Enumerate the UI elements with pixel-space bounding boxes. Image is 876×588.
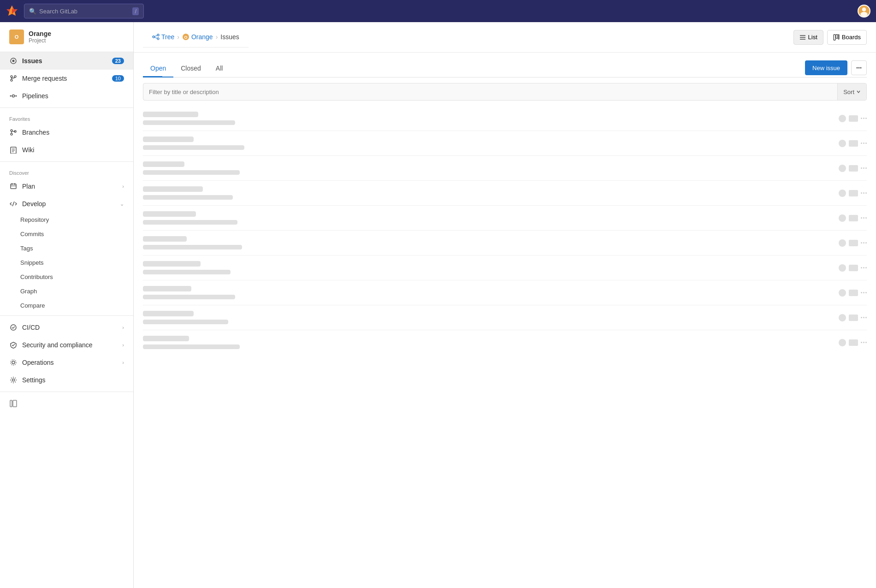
issue-row[interactable] bbox=[143, 255, 867, 280]
sidebar-sub-repository[interactable]: Repository bbox=[0, 213, 133, 227]
sidebar-sub-snippets[interactable]: Snippets bbox=[0, 255, 133, 270]
compare-label: Compare bbox=[20, 302, 45, 309]
issue-label-skel bbox=[849, 290, 858, 296]
sidebar-item-wiki[interactable]: Wiki bbox=[0, 141, 133, 159]
main-content: Tree › O Orange › Issues List Boards bbox=[134, 22, 876, 588]
issue-text bbox=[143, 236, 834, 249]
issue-more-skel bbox=[861, 118, 867, 119]
tab-closed[interactable]: Closed bbox=[173, 60, 208, 77]
search-slash: / bbox=[132, 7, 139, 15]
develop-chevron: ⌄ bbox=[120, 201, 124, 207]
issue-title-skel bbox=[143, 211, 196, 217]
gitlab-logo[interactable] bbox=[6, 5, 18, 18]
new-issue-label: New issue bbox=[812, 65, 840, 71]
issue-row[interactable] bbox=[143, 231, 867, 255]
sidebar-sub-graph[interactable]: Graph bbox=[0, 284, 133, 298]
issue-meta-skel bbox=[143, 220, 237, 225]
list-view-button[interactable]: List bbox=[793, 30, 823, 45]
sort-button[interactable]: Sort bbox=[837, 83, 866, 100]
issue-actions bbox=[839, 289, 867, 297]
issue-more-skel bbox=[861, 143, 867, 144]
cicd-chevron: › bbox=[122, 325, 124, 330]
svg-rect-49 bbox=[834, 35, 835, 40]
svg-point-39 bbox=[153, 36, 154, 38]
search-icon: 🔍 bbox=[29, 8, 36, 15]
issue-text bbox=[143, 286, 834, 299]
sidebar-item-settings[interactable]: Settings bbox=[0, 371, 133, 389]
tab-open[interactable]: Open bbox=[143, 60, 173, 77]
sidebar-item-branches[interactable]: Branches bbox=[0, 124, 133, 141]
list-view-label: List bbox=[808, 34, 817, 41]
issue-row[interactable] bbox=[143, 131, 867, 156]
issue-title-skel bbox=[143, 236, 187, 242]
svg-point-12 bbox=[14, 76, 16, 77]
plan-label: Plan bbox=[22, 183, 35, 190]
merge-requests-badge: 10 bbox=[112, 75, 124, 82]
issue-meta-skel bbox=[143, 145, 244, 150]
pipelines-icon bbox=[9, 92, 18, 100]
sidebar-sub-tags[interactable]: Tags bbox=[0, 241, 133, 255]
sidebar-item-develop[interactable]: Develop ⌄ bbox=[0, 195, 133, 213]
view-actions: List Boards bbox=[793, 30, 867, 45]
issue-row[interactable] bbox=[143, 156, 867, 181]
issue-meta-skel bbox=[143, 170, 240, 175]
issue-row[interactable] bbox=[143, 305, 867, 330]
issues-area: Open Closed All New issue bbox=[134, 53, 876, 588]
filter-input[interactable] bbox=[143, 89, 837, 95]
issue-label-skel bbox=[849, 265, 858, 271]
issue-actions bbox=[839, 239, 867, 247]
sidebar-sub-commits[interactable]: Commits bbox=[0, 227, 133, 241]
sidebar-item-security[interactable]: Security and compliance › bbox=[0, 336, 133, 354]
sidebar-item-operations[interactable]: Operations › bbox=[0, 354, 133, 371]
sidebar-item-cicd[interactable]: CI/CD › bbox=[0, 319, 133, 336]
issue-row[interactable] bbox=[143, 106, 867, 131]
breadcrumb-tree[interactable]: Tree bbox=[152, 33, 174, 41]
issue-title-skel bbox=[143, 137, 194, 142]
svg-rect-50 bbox=[836, 35, 838, 38]
settings-label: Settings bbox=[22, 376, 46, 384]
new-issue-button[interactable]: New issue bbox=[805, 60, 847, 75]
boards-view-button[interactable]: Boards bbox=[827, 30, 867, 45]
issue-text bbox=[143, 137, 834, 150]
issue-more-skel bbox=[861, 242, 867, 244]
sidebar-item-merge-requests[interactable]: Merge requests 10 bbox=[0, 70, 133, 87]
issue-row[interactable] bbox=[143, 280, 867, 305]
issue-row[interactable] bbox=[143, 330, 867, 355]
issue-actions bbox=[839, 264, 867, 272]
issue-text bbox=[143, 112, 834, 125]
user-avatar[interactable] bbox=[858, 5, 870, 18]
project-avatar: O bbox=[9, 30, 24, 44]
issue-meta-skel bbox=[143, 270, 231, 274]
more-options-button[interactable] bbox=[851, 60, 867, 75]
search-text: Search GitLab bbox=[39, 8, 77, 15]
tab-all[interactable]: All bbox=[208, 60, 231, 77]
svg-point-40 bbox=[157, 34, 159, 36]
security-label: Security and compliance bbox=[22, 341, 93, 349]
svg-text:O: O bbox=[184, 35, 187, 40]
sidebar-sub-contributors[interactable]: Contributors bbox=[0, 270, 133, 284]
sidebar-item-issues[interactable]: Issues 23 bbox=[0, 52, 133, 70]
sidebar-sub-compare[interactable]: Compare bbox=[0, 298, 133, 313]
commits-label: Commits bbox=[20, 231, 44, 238]
boards-view-label: Boards bbox=[842, 34, 861, 41]
operations-label: Operations bbox=[22, 359, 53, 366]
sidebar-item-plan[interactable]: Plan › bbox=[0, 178, 133, 195]
issue-title-skel bbox=[143, 311, 194, 316]
sidebar-collapse[interactable] bbox=[0, 396, 133, 413]
svg-point-53 bbox=[858, 67, 860, 69]
contributors-label: Contributors bbox=[20, 273, 53, 280]
global-search[interactable]: 🔍 Search GitLab / bbox=[24, 4, 144, 18]
sidebar-item-pipelines[interactable]: Pipelines bbox=[0, 87, 133, 105]
issue-label-skel bbox=[849, 339, 858, 346]
svg-point-36 bbox=[12, 379, 15, 381]
issue-actions bbox=[839, 214, 867, 222]
issue-row[interactable] bbox=[143, 206, 867, 231]
wiki-label: Wiki bbox=[22, 146, 34, 154]
issue-more-skel bbox=[861, 317, 867, 318]
issue-row[interactable] bbox=[143, 181, 867, 206]
graph-label: Graph bbox=[20, 288, 37, 295]
breadcrumb-orange[interactable]: O Orange bbox=[182, 33, 213, 41]
issue-text bbox=[143, 186, 834, 200]
svg-point-15 bbox=[10, 95, 12, 97]
issue-actions bbox=[839, 115, 867, 122]
